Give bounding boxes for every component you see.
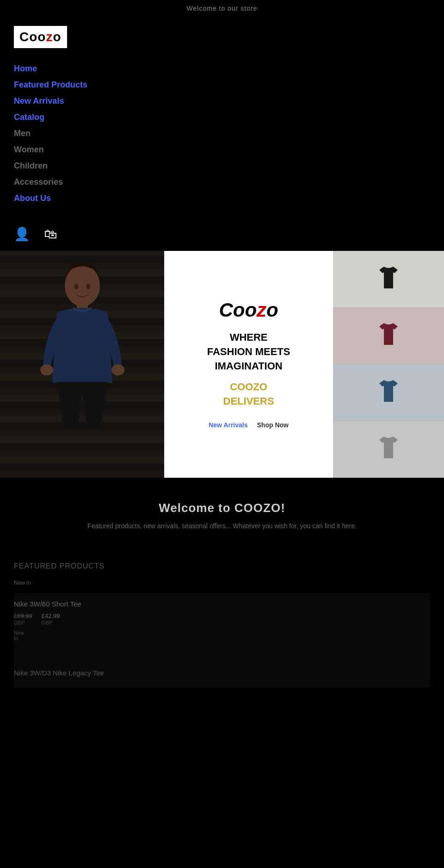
hero-right-thumbs [333, 251, 444, 478]
featured-title: FEATURED PRODUCTS [14, 562, 430, 570]
main-nav: Home Featured Products New Arrivals Cata… [14, 64, 430, 203]
logo-text: Coozo [19, 30, 62, 44]
hero-logo-after: o [266, 299, 278, 321]
hero-buttons: New Arrivals Shop Now [209, 420, 289, 430]
product-1-prices: £69.99 GBP £42.99 GBP [14, 612, 430, 625]
product-card-1[interactable]: Nike 3W/60 Short Tee £69.99 GBP £42.99 G… [14, 593, 430, 648]
nav-link-catalog[interactable]: Catalog [14, 112, 44, 122]
product-1-sale-price: £42.99 GBP [42, 612, 60, 625]
man-figure [31, 253, 133, 475]
hero-logo: Coozo [219, 299, 278, 321]
logo-red: z [46, 30, 53, 44]
featured-section: FEATURED PRODUCTS New in Nike 3W/60 Shor… [0, 553, 444, 697]
hero-section: Coozo WHERE FASHION MEETS IMAGINATION CO… [0, 251, 444, 478]
product-1-badge: NewIn [14, 630, 430, 641]
hero-logo-before: Coo [219, 299, 257, 321]
nav-link-featured[interactable]: Featured Products [14, 80, 87, 89]
nav-link-men[interactable]: Men [14, 129, 31, 138]
welcome-description: Featured products, new arrivals, seasona… [72, 522, 372, 530]
hero-tagline: WHERE FASHION MEETS IMAGINATION [207, 331, 290, 373]
nav-link-children[interactable]: Children [14, 161, 48, 170]
shop-now-button[interactable]: Shop Now [257, 420, 289, 430]
nav-item-home[interactable]: Home [14, 64, 430, 74]
shirt-thumb-burgundy[interactable] [333, 308, 444, 365]
cart-icon[interactable]: 🛍 [44, 226, 57, 242]
hero-logo-red: z [257, 299, 266, 321]
shirt-gray-icon [372, 433, 405, 465]
nav-item-children[interactable]: Children [14, 161, 430, 171]
product-1-name-text: Nike 3W/60 Short Tee [14, 600, 81, 608]
shirt-thumb-black[interactable] [333, 251, 444, 308]
hero-center: Coozo WHERE FASHION MEETS IMAGINATION CO… [164, 251, 333, 478]
svg-point-4 [74, 284, 79, 289]
nav-item-featured[interactable]: Featured Products [14, 80, 430, 90]
banner-text: Welcome to our store [187, 5, 258, 12]
product-2-name-text: Nike 3W/D3 Nike Legacy Tee [14, 669, 104, 677]
hero-sub-line1: COOZO [223, 380, 274, 394]
svg-point-3 [111, 364, 124, 375]
new-arrivals-button[interactable]: New Arrivals [209, 420, 247, 430]
product-1-original-price: £69.99 GBP [14, 612, 32, 625]
hero-sub: COOZO DELIVERS [223, 380, 274, 409]
featured-section-title: FEATURED PRODUCTS [14, 562, 105, 570]
nav-item-new-arrivals[interactable]: New Arrivals [14, 96, 430, 106]
tagline-line1: WHERE [207, 331, 290, 345]
nav-item-accessories[interactable]: Accessories [14, 177, 430, 187]
nav-link-women[interactable]: Women [14, 145, 44, 154]
svg-point-5 [86, 284, 91, 289]
account-icon[interactable]: 👤 [14, 226, 30, 242]
hero-image-left [0, 251, 164, 478]
currency-original-text: GBP [14, 620, 32, 625]
price-original-text: £69.99 [14, 612, 32, 619]
logo-before: Coo [19, 30, 46, 44]
nav-item-catalog[interactable]: Catalog [14, 112, 430, 122]
price-sale-text: £42.99 [42, 612, 60, 619]
tagline-line2: FASHION MEETS [207, 345, 290, 359]
shirt-thumb-gray[interactable] [333, 421, 444, 478]
currency-sale-text: GBP [42, 620, 60, 625]
product-1-name: Nike 3W/60 Short Tee [14, 600, 430, 608]
nav-link-accessories[interactable]: Accessories [14, 177, 63, 187]
product-card-2[interactable]: Nike 3W/D3 Nike Legacy Tee [14, 648, 430, 687]
shirt-burgundy-icon [372, 319, 405, 352]
nav-item-women[interactable]: Women [14, 145, 430, 155]
shirt-thumb-navy[interactable] [333, 364, 444, 421]
nav-link-home[interactable]: Home [14, 64, 37, 73]
nav-item-men[interactable]: Men [14, 129, 430, 138]
svg-point-0 [65, 265, 100, 306]
tagline-line3: IMAGINATION [207, 359, 290, 374]
nav-overlay: Coozo Home Featured Products New Arrival… [0, 17, 444, 251]
product-label-text: New in [14, 580, 31, 586]
product-2-name: Nike 3W/D3 Nike Legacy Tee [14, 669, 430, 677]
welcome-section: Welcome to COOZO! Featured products, new… [0, 478, 444, 553]
logo[interactable]: Coozo [14, 26, 67, 48]
nav-link-about[interactable]: About Us [14, 194, 51, 203]
nav-link-new-arrivals[interactable]: New Arrivals [14, 96, 64, 106]
hero-sub-line2: DELIVERS [223, 394, 274, 409]
logo-after: o [53, 30, 61, 44]
shirt-navy-icon [372, 376, 405, 409]
welcome-title: Welcome to COOZO! [14, 501, 430, 515]
shirt-black-icon [372, 263, 405, 295]
product-label: New in [14, 580, 430, 586]
top-banner: Welcome to our store [0, 0, 444, 17]
svg-point-2 [40, 364, 53, 375]
nav-icons: 👤 🛍 [14, 217, 430, 242]
nav-item-about[interactable]: About Us [14, 194, 430, 203]
